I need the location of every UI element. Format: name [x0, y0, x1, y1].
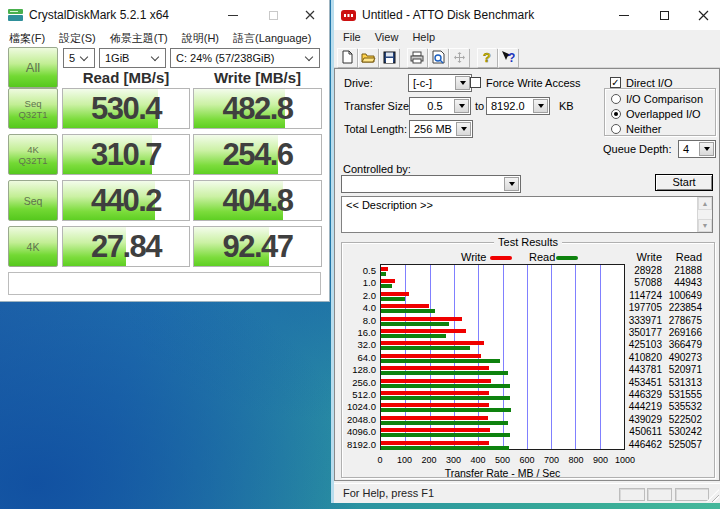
- legend-read-label: Read: [529, 251, 555, 263]
- cdm-menu-theme[interactable]: 佈景主題(T): [103, 30, 175, 47]
- triangle-down-icon: [461, 127, 467, 131]
- dropdown-button[interactable]: [699, 142, 714, 156]
- cdm-menu-settings[interactable]: 設定(S): [52, 30, 103, 47]
- cdm-write-result-cell: 254.6: [193, 134, 322, 175]
- cdm-test-size-value: 1GiB: [105, 52, 129, 64]
- cdm-close-button[interactable]: [290, 0, 330, 30]
- direct-io-checkbox[interactable]: ✓: [610, 77, 621, 88]
- read-bar: [381, 384, 510, 388]
- cdm-test-button-seq[interactable]: Seq: [8, 180, 58, 221]
- maximize-icon: [660, 11, 669, 20]
- dropdown-button[interactable]: [456, 122, 471, 136]
- cdm-test-size-select[interactable]: 1GiB: [99, 48, 166, 68]
- write-value: 114724: [618, 290, 662, 302]
- status-pane: [619, 488, 645, 501]
- atto-close-button[interactable]: [683, 0, 720, 30]
- gridline: [600, 265, 601, 449]
- help-button[interactable]: ?: [477, 48, 497, 67]
- dropdown-button[interactable]: [504, 177, 519, 191]
- start-button[interactable]: Start: [655, 174, 713, 191]
- read-bar: [381, 272, 386, 276]
- cdm-test-button-4k-q32t1[interactable]: 4KQ32T1: [8, 134, 58, 175]
- cdm-menu-language[interactable]: 語言(Language): [226, 30, 318, 47]
- atto-titlebar[interactable]: Untitled - ATTO Disk Benchmark: [334, 0, 720, 30]
- controlled-by-label: Controlled by:: [343, 163, 411, 175]
- transfer-size-label: 8.0: [342, 315, 376, 327]
- cdm-test-count-select[interactable]: 5: [63, 48, 95, 68]
- write-value: 350177: [618, 327, 662, 339]
- cdm-comment-strip[interactable]: [8, 272, 321, 295]
- scroll-down-icon[interactable]: ▼: [698, 219, 712, 232]
- write-value: 444219: [618, 401, 662, 413]
- atto-menu-help[interactable]: Help: [405, 30, 442, 47]
- atto-menu-file[interactable]: File: [336, 30, 368, 47]
- x-tick-label: 0: [368, 455, 392, 465]
- read-value: 531555: [658, 389, 702, 401]
- description-scrollbar[interactable]: ▲ ▼: [697, 197, 712, 232]
- x-tick-label: 800: [564, 455, 588, 465]
- result-value: 310.7: [63, 135, 189, 174]
- cdm-all-button[interactable]: All: [8, 47, 58, 88]
- write-value: 453451: [618, 377, 662, 389]
- write-value: 28928: [618, 265, 662, 277]
- total-length-select[interactable]: 256 MB: [409, 120, 473, 138]
- dropdown-button[interactable]: [533, 99, 548, 113]
- cdm-drive-select[interactable]: C: 24% (57/238GiB): [170, 48, 320, 68]
- cdm-maximize-button[interactable]: [253, 0, 293, 30]
- read-bar: [381, 346, 470, 350]
- crystaldiskmark-window: CrystalDiskMark 5.2.1 x64 檔案(F) 設定(S) 佈景…: [0, 0, 330, 302]
- transfer-size-label: 4.0: [342, 302, 376, 314]
- save-file-button[interactable]: [379, 48, 399, 67]
- triangle-down-icon: [509, 182, 515, 186]
- atto-menu-view[interactable]: View: [368, 30, 406, 47]
- cdm-minimize-button[interactable]: [213, 0, 253, 30]
- neither-radio[interactable]: [611, 124, 621, 134]
- scroll-up-icon[interactable]: ▲: [698, 197, 712, 210]
- io-comparison-radio[interactable]: [611, 94, 621, 104]
- context-help-button[interactable]: ?: [498, 48, 518, 67]
- open-file-button[interactable]: [358, 48, 378, 67]
- cdm-test-button-seq-q32t1[interactable]: SeqQ32T1: [8, 88, 58, 129]
- new-file-button[interactable]: [337, 48, 357, 67]
- cdm-write-result-cell: 92.47: [193, 226, 322, 267]
- x-tick-label: 400: [466, 455, 490, 465]
- print-preview-icon: [432, 50, 445, 64]
- transfer-size-from-select[interactable]: 0.5: [409, 97, 471, 115]
- queue-depth-select[interactable]: 4: [678, 140, 716, 158]
- x-tick-label: 500: [491, 455, 515, 465]
- read-bar: [381, 371, 508, 375]
- dropdown-button[interactable]: [454, 99, 469, 113]
- result-value: 482.8: [194, 89, 321, 128]
- transfer-size-to-select[interactable]: 8192.0: [486, 97, 550, 115]
- x-tick-label: 700: [540, 455, 564, 465]
- atto-minimize-button[interactable]: [604, 0, 644, 30]
- drive-select[interactable]: [-c-]: [408, 74, 472, 92]
- read-value: 44943: [658, 277, 702, 289]
- cdm-menu-help[interactable]: 說明(H): [175, 30, 226, 47]
- legend-write-label: Write: [461, 251, 486, 263]
- pan-button-disabled[interactable]: [449, 48, 469, 67]
- save-floppy-icon: [383, 51, 396, 64]
- read-bar: [381, 396, 510, 400]
- controlled-by-select[interactable]: [341, 175, 521, 193]
- cdm-test-button-4k[interactable]: 4K: [8, 226, 58, 267]
- write-value: 410820: [618, 352, 662, 364]
- cdm-write-header: Write [MB/s]: [193, 69, 322, 87]
- cdm-menu-file[interactable]: 檔案(F): [2, 30, 52, 47]
- cdm-titlebar[interactable]: CrystalDiskMark 5.2.1 x64: [0, 0, 329, 30]
- atto-maximize-button[interactable]: [644, 0, 684, 30]
- read-value: 366479: [658, 339, 702, 351]
- queue-depth-value: 4: [683, 143, 689, 155]
- gridline: [575, 265, 576, 449]
- print-preview-button[interactable]: [428, 48, 448, 67]
- dropdown-button[interactable]: [455, 76, 470, 90]
- print-button[interactable]: [407, 48, 427, 67]
- overlapped-io-radio[interactable]: [611, 109, 621, 119]
- cdm-write-result-cell: 404.8: [193, 180, 322, 221]
- description-box[interactable]: << Description >> ▲ ▼: [341, 196, 713, 233]
- test-results-groupbox: Test Results Write Read Write Read 0.528…: [341, 242, 715, 478]
- force-write-access-checkbox[interactable]: [470, 77, 481, 88]
- read-bar: [381, 297, 405, 301]
- atto-menubar: File View Help: [336, 30, 720, 47]
- overlapped-io-label: Overlapped I/O: [626, 108, 701, 120]
